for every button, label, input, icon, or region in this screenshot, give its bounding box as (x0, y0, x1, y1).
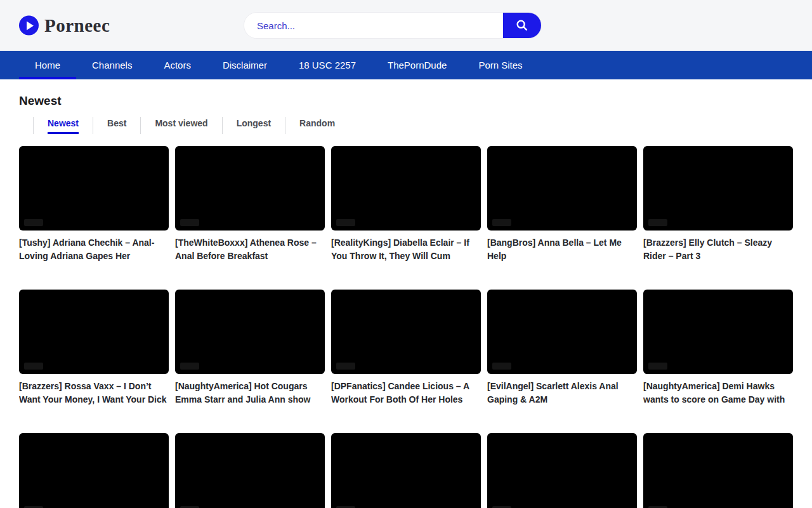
nav-item-label: Porn Sites (478, 60, 522, 70)
duration-badge (24, 219, 43, 226)
duration-badge (180, 219, 199, 226)
video-card[interactable]: [BangBros] Anna Bella – Let Me Help (487, 146, 637, 263)
video-card[interactable]: [Brazzers] Elly Clutch – Sleazy Rider – … (643, 146, 793, 263)
sort-tab[interactable]: Random (271, 117, 335, 134)
video-thumbnail[interactable] (487, 433, 637, 508)
video-card[interactable]: [NaughtyAmerica] Demi Hawks wants to sco… (643, 290, 793, 406)
video-thumbnail[interactable] (643, 433, 793, 508)
video-thumbnail[interactable] (19, 146, 169, 231)
video-thumbnail[interactable] (487, 290, 637, 374)
duration-badge (648, 363, 667, 370)
video-thumbnail[interactable] (331, 433, 481, 508)
video-title[interactable]: [Brazzers] Elly Clutch – Sleazy Rider – … (643, 236, 793, 263)
search-bar (244, 13, 541, 38)
search-button[interactable] (503, 13, 541, 38)
duration-badge (492, 363, 511, 370)
nav-item-label: Disclaimer (223, 60, 267, 70)
nav-item-label: 18 USC 2257 (299, 60, 356, 70)
site-header: Porneec (0, 0, 812, 51)
main-nav: Home Channels Actors Disclaimer 18 USC 2… (0, 51, 812, 79)
video-thumbnail[interactable] (175, 433, 325, 508)
video-thumbnail[interactable] (331, 146, 481, 231)
duration-badge (180, 363, 199, 370)
video-card[interactable] (487, 433, 637, 508)
video-card[interactable]: [EvilAngel] Scarlett Alexis Anal Gaping … (487, 290, 637, 406)
video-card[interactable]: [NaughtyAmerica] Hot Cougars Emma Starr … (175, 290, 325, 406)
nav-item[interactable]: Porn Sites (462, 51, 538, 79)
video-card[interactable]: [TheWhiteBoxxx] Athenea Rose – Anal Befo… (175, 146, 325, 263)
video-card[interactable]: [Tushy] Adriana Chechik – Anal-Loving Ad… (19, 146, 169, 263)
sort-tab[interactable]: Newest (19, 117, 79, 134)
sort-tab-label: Most viewed (155, 118, 207, 134)
video-title[interactable]: [Tushy] Adriana Chechik – Anal-Loving Ad… (19, 236, 169, 263)
video-card[interactable] (331, 433, 481, 508)
sort-tab-label: Newest (48, 118, 79, 134)
page-title: Newest (19, 94, 793, 108)
nav-item-label: Home (35, 60, 60, 70)
video-title[interactable]: [RealityKings] Diabella Eclair – If You … (331, 236, 481, 263)
nav-item[interactable]: Channels (76, 51, 148, 79)
nav-item-label: ThePornDude (388, 60, 447, 70)
nav-item[interactable]: Disclaimer (207, 51, 283, 79)
sort-tab[interactable]: Best (79, 117, 126, 134)
video-thumbnail[interactable] (19, 290, 169, 374)
duration-badge (336, 363, 355, 370)
nav-item[interactable]: 18 USC 2257 (283, 51, 372, 79)
video-card[interactable]: [Brazzers] Rossa Vaxx – I Don’t Want You… (19, 290, 169, 406)
video-title[interactable]: [NaughtyAmerica] Hot Cougars Emma Starr … (175, 380, 325, 406)
video-title[interactable]: [NaughtyAmerica] Demi Hawks wants to sco… (643, 380, 793, 406)
main-content: Newest Newest Best Most viewed Longest R… (0, 79, 812, 508)
sort-tab-label: Best (107, 118, 126, 134)
video-title[interactable]: [EvilAngel] Scarlett Alexis Anal Gaping … (487, 380, 637, 406)
nav-item[interactable]: Home (19, 51, 76, 79)
video-card[interactable] (643, 433, 793, 508)
video-thumbnail[interactable] (643, 290, 793, 374)
site-logo[interactable]: Porneec (19, 15, 110, 36)
nav-item[interactable]: Actors (148, 51, 207, 79)
logo-text: Porneec (44, 15, 110, 36)
video-thumbnail[interactable] (175, 290, 325, 374)
video-card[interactable] (175, 433, 325, 508)
video-card[interactable]: [DPFanatics] Candee Licious – A Workout … (331, 290, 481, 406)
sort-tabs: Newest Best Most viewed Longest Random (19, 117, 793, 134)
video-thumbnail[interactable] (331, 290, 481, 374)
search-input[interactable] (244, 13, 503, 38)
video-card[interactable]: [RealityKings] Diabella Eclair – If You … (331, 146, 481, 263)
video-title[interactable]: [Brazzers] Rossa Vaxx – I Don’t Want You… (19, 380, 169, 406)
video-card[interactable] (19, 433, 169, 508)
video-thumbnail[interactable] (175, 146, 325, 231)
sort-tab-label: Random (299, 118, 335, 134)
video-title[interactable]: [BangBros] Anna Bella – Let Me Help (487, 236, 637, 263)
search-icon (515, 18, 529, 32)
duration-badge (24, 363, 43, 370)
duration-badge (336, 219, 355, 226)
nav-item-label: Channels (92, 60, 132, 70)
video-grid: [Tushy] Adriana Chechik – Anal-Loving Ad… (19, 146, 793, 508)
sort-tab[interactable]: Longest (208, 117, 271, 134)
duration-badge (492, 219, 511, 226)
sort-tab-label: Longest (237, 118, 271, 134)
video-thumbnail[interactable] (19, 433, 169, 508)
video-thumbnail[interactable] (487, 146, 637, 231)
sort-tab[interactable]: Most viewed (126, 117, 207, 134)
nav-item[interactable]: ThePornDude (372, 51, 462, 79)
video-thumbnail[interactable] (643, 146, 793, 231)
nav-item-label: Actors (164, 60, 191, 70)
video-title[interactable]: [TheWhiteBoxxx] Athenea Rose – Anal Befo… (175, 236, 325, 263)
duration-badge (648, 219, 667, 226)
video-title[interactable]: [DPFanatics] Candee Licious – A Workout … (331, 380, 481, 406)
play-icon (19, 16, 39, 36)
